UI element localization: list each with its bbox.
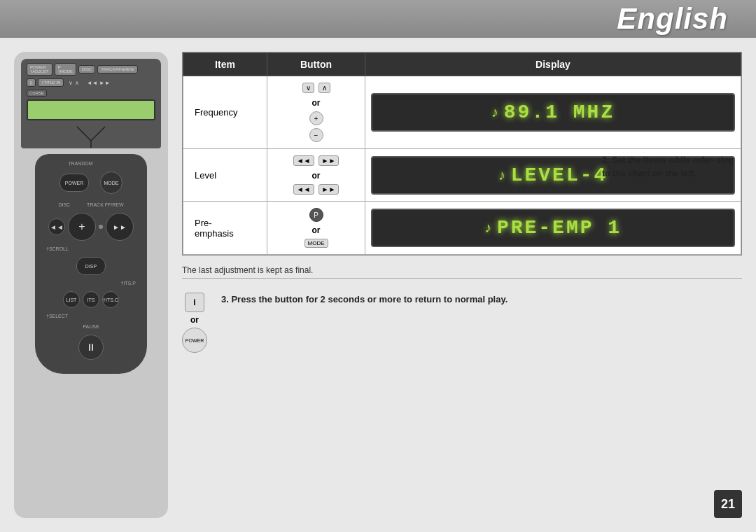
power-adjust-button[interactable]: POWER (59, 174, 89, 192)
or-text-freq: or (312, 98, 321, 108)
random-label: †RANDOM (68, 161, 92, 166)
device-track-btn: TRACK/FF&REW (97, 65, 137, 74)
lcd-text-freq: 89.1 MHZ (504, 102, 615, 123)
preemphasis-button-group: P or MODE (276, 207, 356, 248)
or-text-step3: or (190, 315, 199, 325)
scroll-label: †SCROLL (46, 246, 69, 251)
i-button: i (185, 293, 204, 312)
remote-panel: POWER†ADJUST P†MODE DISC TRACK/FF&REW ||… (14, 52, 168, 518)
its-button[interactable]: ITS (83, 291, 99, 308)
device-illustration: POWER†ADJUST P†MODE DISC TRACK/FF&REW ||… (21, 59, 161, 148)
device-pmode-btn: P†MODE (55, 63, 76, 76)
ff-btn-level: ►► (318, 155, 340, 166)
next-track-button[interactable]: ►► (106, 213, 134, 241)
step3-buttons: i or POWER (182, 293, 207, 353)
power-button-step3: POWER (182, 328, 207, 353)
device-pause-btn: || (27, 78, 36, 87)
list-button[interactable]: LIST (63, 291, 80, 308)
lcd-icon-level: ♪ (498, 167, 505, 183)
device-power-btn: POWER†ADJUST (27, 63, 52, 76)
step3-instruction: 3. Press the button for 2 seconds or mor… (221, 293, 742, 307)
level-button-group: ◄◄ ►► or ◄◄ ►► (276, 155, 356, 195)
or-text-level: or (312, 171, 321, 181)
col-header-button: Button (267, 53, 365, 76)
down-arrow-btn: ∨ (302, 83, 314, 93)
plus-button[interactable]: + (68, 213, 96, 241)
step3-text-area: 3. Press the button for 2 seconds or mor… (221, 293, 742, 307)
lcd-icon-freq: ♪ (491, 104, 498, 120)
select-label: †SELECT (46, 314, 68, 318)
prev-btn-level: ◄◄ (293, 184, 314, 195)
button-frequency: ∨ ∧ or + − (267, 76, 365, 149)
table-note: The last adjustment is kept as final. (182, 262, 742, 279)
lcd-frequency: ♪ 89.1 MHZ (371, 93, 735, 132)
header-bar: English (0, 0, 756, 38)
rewind-btn-level: ◄◄ (293, 155, 314, 166)
track-ffrew-label: TRACK FF/REW (87, 202, 124, 207)
device-arrow-btns: ∨ ∧ (69, 80, 78, 86)
device-title-btn: †TITLE IN (38, 78, 64, 87)
main-content: POWER†ADJUST P†MODE DISC TRACK/FF&REW ||… (0, 38, 756, 532)
table-row: Pre- emphasis P or MODE ♪ (183, 202, 741, 255)
prev-track-button[interactable]: ◄◄ (48, 218, 65, 235)
col-header-display: Display (365, 53, 741, 76)
plus-btn-freq: + (309, 111, 323, 125)
next-btn-level: ►► (318, 184, 340, 195)
page-number-badge: 21 (714, 490, 742, 518)
annotation-arrow (70, 123, 112, 144)
device-nav-btns: ◄◄ ►► (87, 80, 111, 86)
or-text-preemphasis: or (312, 225, 321, 235)
item-frequency: Frequency (183, 76, 267, 149)
item-level: Level (183, 149, 267, 202)
table-row: Frequency ∨ ∧ or + − (183, 76, 741, 149)
minus-button[interactable]: DISP (76, 257, 106, 275)
device-display-screen (27, 99, 155, 120)
device-disc-btn: DISC (78, 65, 95, 74)
lcd-text-preemphasis: PRE-EMP 1 (497, 217, 622, 239)
page-title: English (617, 2, 728, 36)
item-preemphasis: Pre- emphasis (183, 202, 267, 255)
center-dot (99, 225, 103, 229)
lcd-icon-preemphasis: ♪ (484, 220, 491, 236)
pause-label: PAUSE (83, 324, 99, 329)
its-p-label: †ITS.P (121, 281, 136, 286)
mode-btn-preemphasis: MODE (304, 239, 328, 248)
pause-button[interactable]: ⏸ (78, 335, 104, 360)
step2-note: 2. Set the items while refer- ring to th… (602, 154, 742, 181)
display-preemphasis: ♪ PRE-EMP 1 (365, 202, 741, 255)
its-c-button[interactable]: †ITS.C (102, 291, 119, 308)
disc-label: DISC (58, 202, 70, 207)
up-arrow-btn: ∧ (318, 83, 330, 93)
mode-button-remote[interactable]: MODE (100, 172, 122, 194)
button-level: ◄◄ ►► or ◄◄ ►► (267, 149, 365, 202)
right-content: Item Button Display Frequency ∨ (182, 52, 742, 518)
button-preemphasis: P or MODE (267, 202, 365, 255)
col-header-item: Item (183, 53, 267, 76)
p-btn-preemphasis: P (309, 208, 323, 222)
lcd-text-level: LEVEL-4 (511, 164, 608, 186)
device-course-btn: CURSE (27, 90, 47, 97)
remote-control-body: †RANDOM POWER MODE DISC TRACK FF/REW ◄◄ (35, 154, 147, 374)
display-frequency: ♪ 89.1 MHZ (365, 76, 741, 149)
lcd-preemphasis: ♪ PRE-EMP 1 (371, 209, 735, 247)
bottom-section: i or POWER 3. Press the button for 2 sec… (182, 286, 742, 353)
minus-btn-freq: − (309, 128, 323, 142)
frequency-button-group: ∨ ∧ or + − (276, 82, 356, 143)
